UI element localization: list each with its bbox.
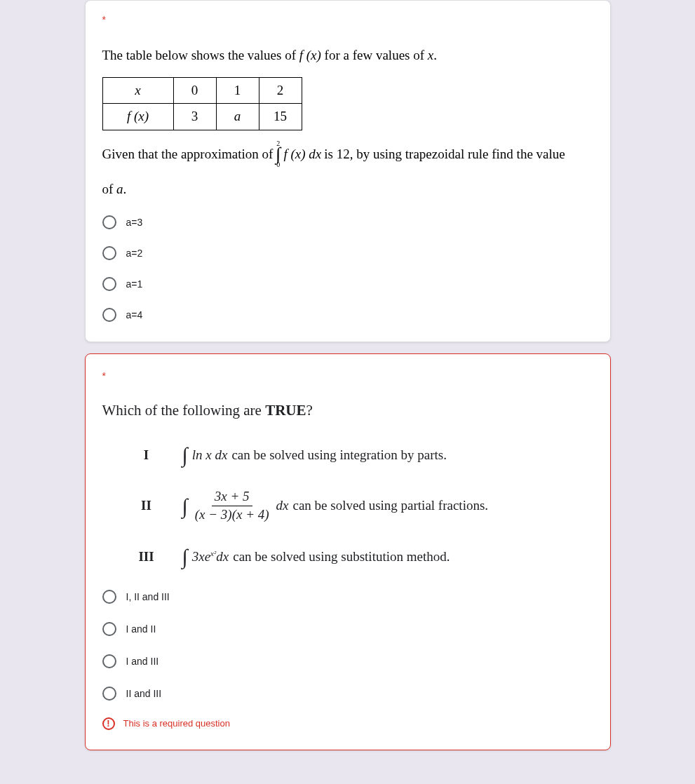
th-x: x bbox=[102, 77, 173, 104]
td-v2: 15 bbox=[259, 104, 302, 130]
radio-icon bbox=[102, 590, 116, 604]
radio-icon bbox=[102, 215, 116, 229]
td-c0: 0 bbox=[173, 77, 216, 104]
q1-given: Given that the approximation of 2 ∫ 0 f … bbox=[102, 140, 593, 169]
q2-s1-expr: ln x dx bbox=[192, 447, 228, 463]
q1-option-label: a=2 bbox=[126, 248, 143, 259]
q2-option-label: I and II bbox=[126, 623, 156, 635]
q2-statements: I ∫ ln x dx can be solved using integrat… bbox=[136, 447, 593, 565]
fraction: 3x + 5 (x − 3)(x + 4) bbox=[192, 489, 272, 522]
integral-icon: 2 ∫ 0 bbox=[276, 140, 281, 169]
table-row: x 0 1 2 bbox=[102, 77, 302, 104]
frac-num: 3x + 5 bbox=[212, 489, 252, 506]
q1-lead-c: . bbox=[433, 48, 437, 62]
q1-of-dot: . bbox=[123, 182, 127, 196]
q2-option-3[interactable]: I and III bbox=[102, 654, 593, 668]
q2-stmt-3: III ∫ 3xex²dx can be solved using substi… bbox=[136, 549, 593, 565]
q1-option-1[interactable]: a=3 bbox=[102, 215, 593, 229]
table-row: f (x) 3 a 15 bbox=[102, 104, 302, 130]
q1-integrand: f (x) dx bbox=[283, 144, 321, 165]
q1-given-b: is 12, by using trapezoidal rule find th… bbox=[324, 144, 565, 165]
q2-heading: Which of the following are TRUE? bbox=[102, 402, 593, 419]
q1-option-label: a=4 bbox=[126, 309, 143, 320]
q2-stmt-1: I ∫ ln x dx can be solved using integrat… bbox=[136, 447, 593, 463]
q1-of-row: of a. bbox=[102, 180, 593, 200]
q2-option-2[interactable]: I and II bbox=[102, 622, 593, 636]
q2-stmt-2: II ∫ 3x + 5 (x − 3)(x + 4) dx can be sol… bbox=[136, 489, 593, 522]
roman-1: I bbox=[136, 447, 157, 463]
q1-option-4[interactable]: a=4 bbox=[102, 308, 593, 322]
question-card-2: * Which of the following are TRUE? I ∫ l… bbox=[85, 353, 611, 750]
td-c1: 1 bbox=[216, 77, 259, 104]
q1-option-2[interactable]: a=2 bbox=[102, 246, 593, 260]
q1-of: of bbox=[102, 182, 117, 196]
q2-option-label: I, II and III bbox=[126, 591, 170, 602]
radio-icon bbox=[102, 246, 116, 260]
q2-s3-b: dx bbox=[216, 549, 229, 564]
radio-icon bbox=[102, 654, 116, 668]
radio-icon bbox=[102, 277, 116, 291]
q2-option-4[interactable]: II and III bbox=[102, 687, 593, 701]
q2-s3-a: 3xe bbox=[192, 549, 210, 564]
td-c2: 2 bbox=[259, 77, 302, 104]
td-v0: 3 bbox=[173, 104, 216, 130]
integral-icon: ∫ bbox=[182, 549, 188, 564]
roman-2: II bbox=[136, 498, 157, 513]
integral-icon: ∫ bbox=[182, 447, 188, 462]
integral-icon: ∫ bbox=[182, 499, 188, 513]
q2-expr-3: ∫ 3xex²dx can be solved using substituti… bbox=[182, 549, 450, 565]
th-fx: f (x) bbox=[102, 104, 173, 130]
required-marker: * bbox=[102, 15, 593, 25]
q2-option-label: II and III bbox=[126, 688, 162, 699]
q2-head-a: Which of the following are bbox=[102, 402, 266, 419]
int-lower: 0 bbox=[276, 161, 280, 168]
radio-icon bbox=[102, 308, 116, 322]
error-row: ! This is a required question bbox=[102, 717, 593, 730]
radio-icon bbox=[102, 687, 116, 701]
q1-option-label: a=3 bbox=[126, 217, 143, 228]
q1-lead-fx: f (x) bbox=[299, 48, 321, 62]
q2-options: I, II and III I and II I and III II and … bbox=[102, 590, 593, 701]
q2-option-label: I and III bbox=[126, 656, 159, 667]
q1-option-3[interactable]: a=1 bbox=[102, 277, 593, 291]
q2-head-b: TRUE bbox=[265, 402, 306, 419]
error-text: This is a required question bbox=[123, 718, 230, 729]
q2-s1-text: can be solved using integration by parts… bbox=[231, 447, 447, 463]
q1-lead: The table below shows the values of f (x… bbox=[102, 46, 593, 66]
q2-s2-dx: dx bbox=[276, 498, 289, 513]
frac-den: (x − 3)(x + 4) bbox=[192, 506, 272, 522]
q1-lead-b: for a few values of bbox=[321, 48, 428, 62]
q1-lead-a: The table below shows the values of bbox=[102, 48, 299, 62]
question-1-body: The table below shows the values of f (x… bbox=[102, 46, 593, 200]
q2-expr-2: ∫ 3x + 5 (x − 3)(x + 4) dx can be solved… bbox=[182, 489, 489, 522]
q2-s2-text: can be solved using partial fractions. bbox=[292, 498, 488, 513]
q1-options: a=3 a=2 a=1 a=4 bbox=[102, 215, 593, 322]
q2-s3-text: can be solved using substitution method. bbox=[233, 549, 450, 565]
td-v1: a bbox=[216, 104, 259, 130]
q1-table: x 0 1 2 f (x) 3 a 15 bbox=[102, 77, 302, 130]
q1-lead-x: x bbox=[428, 48, 433, 62]
required-marker: * bbox=[102, 371, 593, 381]
q2-option-1[interactable]: I, II and III bbox=[102, 590, 593, 604]
q1-given-a: Given that the approximation of bbox=[102, 144, 274, 165]
q2-expr-1: ∫ ln x dx can be solved using integratio… bbox=[182, 447, 447, 463]
q1-of-var: a bbox=[116, 182, 123, 196]
roman-3: III bbox=[136, 549, 157, 565]
q1-option-label: a=1 bbox=[126, 278, 143, 290]
question-card-1: * The table below shows the values of f … bbox=[85, 0, 611, 342]
error-icon: ! bbox=[102, 717, 115, 730]
radio-icon bbox=[102, 622, 116, 636]
q2-head-c: ? bbox=[306, 402, 313, 419]
